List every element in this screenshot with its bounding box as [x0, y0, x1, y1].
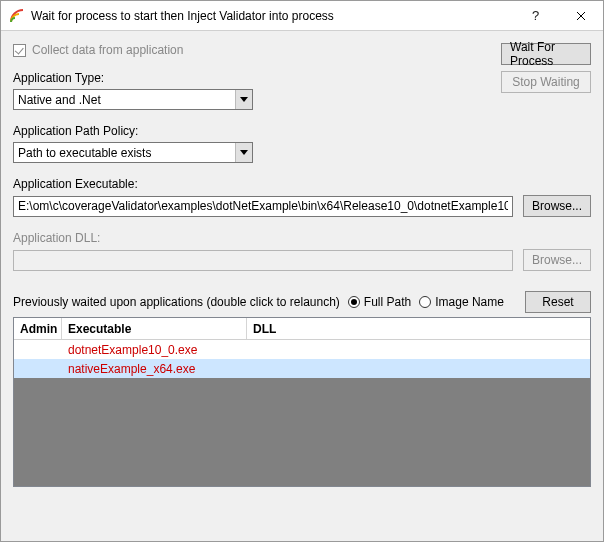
cell-dll [247, 340, 590, 359]
image-name-radio-label: Image Name [435, 295, 504, 309]
app-type-combo[interactable]: Native and .Net [13, 89, 253, 110]
table-body: dotnetExample10_0.exe nativeExample_x64.… [14, 340, 590, 378]
titlebar: Wait for process to start then Inject Va… [1, 1, 603, 31]
cell-admin [14, 340, 62, 359]
prev-apps-table: Admin Executable DLL dotnetExample10_0.e… [13, 317, 591, 487]
app-path-policy-value: Path to executable exists [14, 146, 235, 160]
cell-exec: nativeExample_x64.exe [62, 359, 247, 378]
cell-dll [247, 359, 590, 378]
stop-waiting-button: Stop Waiting [501, 71, 591, 93]
wait-for-process-button[interactable]: Wait For Process [501, 43, 591, 65]
full-path-radio[interactable]: Full Path [348, 295, 411, 309]
cell-exec: dotnetExample10_0.exe [62, 340, 247, 359]
table-header: Admin Executable DLL [14, 318, 590, 340]
app-type-label: Application Type: [13, 71, 491, 85]
radio-icon [419, 296, 431, 308]
chevron-down-icon [235, 143, 252, 162]
app-dll-label: Application DLL: [13, 231, 591, 245]
app-exe-browse-button[interactable]: Browse... [523, 195, 591, 217]
table-empty-area [14, 378, 590, 486]
reset-button[interactable]: Reset [525, 291, 591, 313]
window-title: Wait for process to start then Inject Va… [31, 9, 513, 23]
col-executable[interactable]: Executable [62, 318, 247, 339]
app-path-policy-label: Application Path Policy: [13, 124, 491, 138]
collect-data-checkbox [13, 44, 26, 57]
chevron-down-icon [235, 90, 252, 109]
prev-waited-label: Previously waited upon applications (dou… [13, 295, 340, 309]
col-dll[interactable]: DLL [247, 318, 590, 339]
app-type-value: Native and .Net [14, 93, 235, 107]
app-dll-browse-button: Browse... [523, 249, 591, 271]
image-name-radio[interactable]: Image Name [419, 295, 504, 309]
col-admin[interactable]: Admin [14, 318, 62, 339]
app-path-policy-combo[interactable]: Path to executable exists [13, 142, 253, 163]
radio-icon [348, 296, 360, 308]
app-exe-label: Application Executable: [13, 177, 591, 191]
cell-admin [14, 359, 62, 378]
app-dll-input [13, 250, 513, 271]
table-row[interactable]: nativeExample_x64.exe [14, 359, 590, 378]
app-exe-input[interactable] [13, 196, 513, 217]
help-button[interactable]: ? [513, 1, 558, 30]
close-button[interactable] [558, 1, 603, 30]
app-icon [9, 8, 25, 24]
dialog-content: Collect data from application Applicatio… [1, 31, 603, 541]
full-path-radio-label: Full Path [364, 295, 411, 309]
dialog-window: Wait for process to start then Inject Va… [0, 0, 604, 542]
table-row[interactable]: dotnetExample10_0.exe [14, 340, 590, 359]
collect-data-label: Collect data from application [32, 43, 183, 57]
collect-data-checkbox-row: Collect data from application [13, 43, 491, 57]
